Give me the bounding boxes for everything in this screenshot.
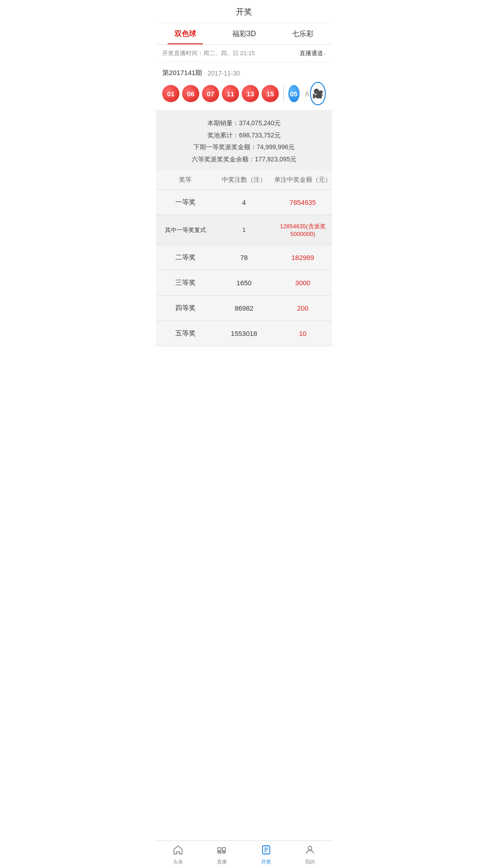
page-title: 开奖: [236, 7, 252, 16]
red-ball: 06: [182, 85, 199, 102]
issue-row: 第2017141期 2017-11-30: [162, 69, 326, 77]
col-header-level: 奖等: [156, 176, 215, 184]
red-balls-group: 010607111315: [162, 85, 279, 102]
prize-table: 奖等 中奖注数（注） 单注中奖金额（元） 一等奖47854635其中一等奖复式1…: [156, 170, 332, 346]
prize-amount: 3000: [273, 279, 332, 287]
stat-line1: 本期销量：374,075,240元: [165, 117, 323, 129]
prize-level: 三等奖: [156, 278, 215, 287]
col-header-count: 中奖注数（注）: [215, 176, 273, 184]
video-icon: 🎥: [312, 88, 324, 99]
table-row: 三等奖16503000: [156, 270, 332, 296]
balls-divider: [283, 85, 284, 102]
tab-fucai[interactable]: 福彩3D: [215, 23, 273, 44]
prize-table-header: 奖等 中奖注数（注） 单注中奖金额（元）: [156, 170, 332, 190]
broadcast-time: 开奖直播时间：周二、四、日 21:15: [162, 49, 255, 57]
prize-level: 二等奖: [156, 253, 215, 262]
stat-line3: 下期一等奖派奖金额：74,999,996元: [165, 141, 323, 153]
prize-level: 其中一等奖复式: [156, 226, 215, 234]
issue-number: 第2017141期: [162, 69, 202, 77]
red-ball: 13: [242, 85, 259, 102]
table-row: 其中一等奖复式112854635(含派奖5000000): [156, 215, 332, 245]
prize-amount: 7854635: [273, 198, 332, 206]
prize-level: 五等奖: [156, 329, 215, 338]
prize-count: 4: [215, 198, 273, 206]
prize-amount: 182989: [273, 254, 332, 261]
tab-shuang[interactable]: 双色球: [156, 23, 215, 44]
red-ball: 11: [222, 85, 239, 102]
stat-line4: 六等奖派奖奖金余额：177,923,095元: [165, 153, 323, 165]
blue-ball: 05: [288, 85, 300, 102]
stat-line2: 奖池累计：698,733,752元: [165, 129, 323, 142]
broadcast-link[interactable]: 直播通道 ›: [300, 49, 326, 57]
tab-bar: 双色球 福彩3D 七乐彩: [156, 23, 332, 45]
prize-count: 86982: [215, 304, 273, 312]
broadcast-bar: 开奖直播时间：周二、四、日 21:15 直播通道 ›: [156, 45, 332, 62]
video-button[interactable]: 🎥: [310, 82, 326, 105]
table-row: 四等奖86982200: [156, 296, 332, 321]
prize-amount: 10: [273, 330, 332, 337]
prize-level: 四等奖: [156, 304, 215, 312]
prize-amount: 12854635(含派奖5000000): [273, 222, 332, 237]
tab-qile[interactable]: 七乐彩: [273, 23, 332, 44]
stats-section: 本期销量：374,075,240元 奖池累计：698,733,752元 下期一等…: [156, 110, 332, 170]
col-header-amount: 单注中奖金额（元）: [273, 176, 332, 184]
prize-count: 78: [215, 254, 273, 261]
chevron-right-icon: ›: [324, 50, 326, 57]
red-ball: 15: [262, 85, 279, 102]
red-ball: 01: [162, 85, 179, 102]
issue-section: 第2017141期 2017-11-30 010607111315 05 ∧ 🎥: [156, 62, 332, 110]
prize-count: 1: [215, 226, 273, 233]
prize-amount: 200: [273, 304, 332, 312]
prize-rows: 一等奖47854635其中一等奖复式112854635(含派奖5000000)二…: [156, 190, 332, 346]
page-header: 开奖: [156, 0, 332, 23]
table-row: 五等奖155301810: [156, 321, 332, 346]
expand-button[interactable]: ∧: [304, 89, 310, 99]
prize-level: 一等奖: [156, 198, 215, 207]
prize-count: 1650: [215, 279, 273, 287]
prize-count: 1553018: [215, 330, 273, 337]
issue-date: 2017-11-30: [207, 70, 240, 77]
table-row: 二等奖78182989: [156, 245, 332, 270]
red-ball: 07: [202, 85, 219, 102]
table-row: 一等奖47854635: [156, 190, 332, 215]
balls-row: 010607111315 05 ∧ 🎥: [162, 82, 326, 105]
